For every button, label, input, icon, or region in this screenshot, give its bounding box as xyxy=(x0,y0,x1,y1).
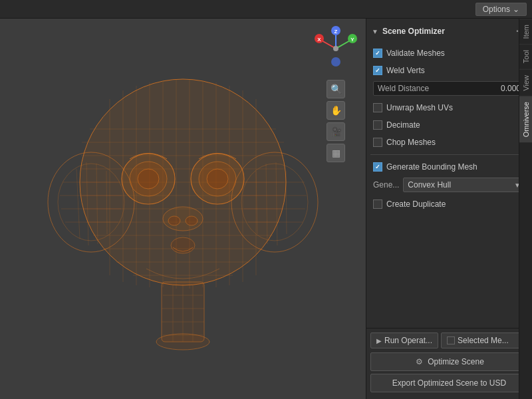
section-collapse-arrow[interactable]: ▼ xyxy=(372,28,378,35)
create-duplicate-checkbox[interactable] xyxy=(373,200,382,209)
create-duplicate-row: Create Duplicate xyxy=(370,196,528,212)
export-button[interactable]: Export Optimized Scene to USD xyxy=(370,374,528,392)
run-operation-button[interactable]: ▶ Run Operat... xyxy=(370,332,438,348)
convex-hull-value: Convex Hull xyxy=(408,180,451,190)
weld-verts-row: Weld Verts xyxy=(370,63,528,78)
unwrap-uvs-checkbox[interactable] xyxy=(373,103,382,112)
play-icon: ▶ xyxy=(376,337,382,344)
unwrap-uvs-label: Unwrap Mesh UVs xyxy=(386,103,453,112)
weld-distance-label: Weld Distance xyxy=(378,84,501,93)
svg-text:Z: Z xyxy=(334,29,338,35)
selected-label: Selected Me... xyxy=(458,336,509,345)
section-header: ▼ Scene Optimizer ··· xyxy=(370,23,528,40)
svg-point-53 xyxy=(168,216,180,225)
bottom-buttons: ▶ Run Operat... Selected Me... ⚙ Optimiz… xyxy=(366,328,532,399)
optimize-label: Optimize Scene xyxy=(428,357,484,366)
tab-tool[interactable]: Tool xyxy=(519,44,532,68)
monkey-container xyxy=(0,19,366,399)
zoom-tool[interactable]: 🔍 xyxy=(327,80,345,98)
grab-tool[interactable]: ✋ xyxy=(327,101,345,120)
weld-verts-label: Weld Verts xyxy=(386,66,425,75)
create-duplicate-label: Create Duplicate xyxy=(386,200,446,209)
weld-verts-checkbox[interactable] xyxy=(373,66,382,75)
decimate-row: Decimate xyxy=(370,117,528,133)
tab-omniverse[interactable]: Omniverse xyxy=(519,96,532,142)
svg-point-75 xyxy=(331,57,340,66)
tab-view[interactable]: View xyxy=(519,69,532,96)
svg-point-54 xyxy=(186,216,198,225)
weld-distance-row[interactable]: Weld Distance 0.000 xyxy=(373,81,525,96)
svg-point-51 xyxy=(207,169,228,189)
decimate-checkbox[interactable] xyxy=(373,120,382,130)
unwrap-uvs-row: Unwrap Mesh UVs xyxy=(370,100,528,116)
generate-dropdown-label: Gene... xyxy=(373,180,399,190)
viewport-controls: Z Y X 🔍 ✋ 🎥 ▦ xyxy=(313,25,359,162)
main-area: Z Y X 🔍 ✋ 🎥 ▦ xyxy=(0,19,532,399)
svg-point-74 xyxy=(333,46,338,51)
decimate-label: Decimate xyxy=(386,120,420,130)
optimize-scene-button[interactable]: ⚙ Optimize Scene xyxy=(370,352,528,371)
generate-bounding-label: Generate Bounding Mesh xyxy=(386,162,477,172)
export-label: Export Optimized Scene to USD xyxy=(392,378,506,388)
navigation-gizmo[interactable]: Z Y X xyxy=(313,25,359,72)
options-button[interactable]: Options ⌄ xyxy=(475,3,527,16)
selected-me-button[interactable]: Selected Me... xyxy=(441,332,528,348)
tab-item[interactable]: Item xyxy=(519,19,532,44)
chop-meshes-label: Chop Meshes xyxy=(386,138,436,147)
run-row: ▶ Run Operat... Selected Me... xyxy=(370,332,528,348)
gear-icon: ⚙ xyxy=(414,357,424,366)
monkey-mesh-svg xyxy=(43,49,323,368)
top-bar: Options ⌄ xyxy=(0,0,532,19)
generate-bounding-checkbox[interactable] xyxy=(373,162,382,172)
options-label: Options xyxy=(483,5,510,14)
panel-content: ▼ Scene Optimizer ··· Validate Meshes We… xyxy=(366,19,532,328)
validate-meshes-label: Validate Meshes xyxy=(386,49,445,58)
generate-bounding-row: Generate Bounding Mesh xyxy=(370,159,528,175)
convex-hull-dropdown[interactable]: Convex Hull ▼ xyxy=(403,178,525,192)
chevron-down-icon: ⌄ xyxy=(513,5,519,14)
validate-meshes-row: Validate Meshes xyxy=(370,45,528,61)
svg-text:X: X xyxy=(317,37,321,43)
svg-text:Y: Y xyxy=(350,37,354,43)
run-label: Run Operat... xyxy=(384,336,432,345)
selected-checkbox[interactable] xyxy=(447,336,455,344)
divider-1 xyxy=(370,154,528,155)
grid-tool[interactable]: ▦ xyxy=(327,144,345,162)
svg-point-64 xyxy=(156,334,209,350)
viewport[interactable]: Z Y X 🔍 ✋ 🎥 ▦ xyxy=(0,19,366,399)
chop-meshes-checkbox[interactable] xyxy=(373,138,382,147)
right-panel: ▼ Scene Optimizer ··· Validate Meshes We… xyxy=(366,19,532,399)
vertical-tabs: Item Tool View Omniverse xyxy=(519,19,532,399)
convex-hull-row: Gene... Convex Hull ▼ xyxy=(373,178,525,192)
svg-point-48 xyxy=(138,169,159,189)
chop-meshes-row: Chop Meshes xyxy=(370,134,528,150)
section-title: Scene Optimizer xyxy=(382,27,445,36)
svg-point-55 xyxy=(171,237,195,253)
camera-tool[interactable]: 🎥 xyxy=(327,122,345,141)
validate-meshes-checkbox[interactable] xyxy=(373,49,382,58)
weld-distance-value: 0.000 xyxy=(501,84,521,93)
